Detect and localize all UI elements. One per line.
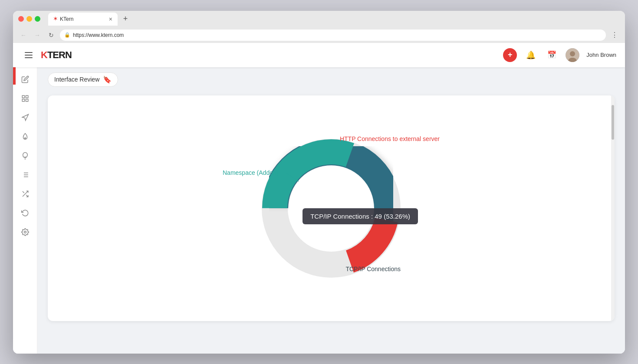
list-icon bbox=[21, 171, 29, 179]
refresh-button[interactable]: ↻ bbox=[46, 30, 56, 40]
sidebar-item-grid[interactable] bbox=[16, 90, 34, 107]
breadcrumb-label: Interface Review bbox=[54, 76, 99, 83]
svg-marker-7 bbox=[22, 114, 28, 120]
browser-tabs: ✶ KTern × + bbox=[48, 13, 620, 26]
page-area: Interface Review 🔖 bbox=[37, 67, 625, 354]
back-icon: ← bbox=[20, 32, 26, 39]
svg-rect-6 bbox=[26, 99, 28, 101]
logo-rest: TERN bbox=[47, 49, 72, 60]
hamburger-line bbox=[25, 55, 33, 56]
http-label: HTTP Connections to external server bbox=[340, 135, 440, 142]
logo-text: KTERN bbox=[41, 49, 72, 61]
app-header: KTERN + 🔔 📅 bbox=[13, 43, 625, 67]
lock-icon: 🔒 bbox=[64, 32, 70, 38]
sidebar-item-settings[interactable] bbox=[16, 223, 34, 241]
shuffle-icon bbox=[21, 190, 29, 198]
tcpip-label: TCP/IP Connections bbox=[345, 266, 401, 272]
namespace-label: Namespace (Addon) bbox=[223, 169, 278, 176]
avatar-image bbox=[566, 48, 579, 62]
browser-window: ✶ KTern × + ← → ↻ 🔒 https://www.ktern.co… bbox=[13, 11, 625, 354]
new-tab-button[interactable]: + bbox=[119, 13, 132, 25]
plus-icon: + bbox=[508, 50, 513, 59]
edit-icon bbox=[21, 75, 29, 83]
svg-point-20 bbox=[24, 231, 26, 233]
svg-point-1 bbox=[570, 51, 575, 56]
sidebar-item-idea[interactable] bbox=[16, 147, 34, 164]
browser-titlebar: ✶ KTern × + bbox=[13, 11, 625, 27]
back-button[interactable]: ← bbox=[18, 30, 29, 40]
svg-rect-4 bbox=[26, 95, 28, 98]
logo-k: K bbox=[41, 49, 47, 60]
forward-button[interactable]: → bbox=[32, 30, 43, 40]
refresh-icon: ↻ bbox=[49, 32, 54, 39]
maximize-button[interactable] bbox=[35, 16, 40, 22]
avatar[interactable] bbox=[566, 48, 579, 62]
tab-favicon-icon: ✶ bbox=[53, 16, 57, 22]
chart-card: Namespace (Addon) HTTP Connections to ex… bbox=[48, 95, 615, 321]
sidebar-item-navigate[interactable] bbox=[16, 109, 34, 126]
sidebar-item-reload[interactable] bbox=[16, 204, 34, 222]
breadcrumb: Interface Review 🔖 bbox=[48, 72, 118, 87]
svg-point-8 bbox=[24, 138, 26, 139]
svg-line-19 bbox=[23, 191, 24, 193]
app-logo: KTERN bbox=[41, 49, 72, 61]
notifications-button[interactable]: 🔔 bbox=[524, 48, 538, 62]
bookmark-icon: 🔖 bbox=[103, 75, 112, 84]
sidebar-item-edit[interactable] bbox=[16, 71, 34, 88]
lightbulb-icon bbox=[21, 152, 29, 160]
reload-icon bbox=[21, 209, 29, 217]
close-button[interactable] bbox=[18, 16, 24, 22]
svg-rect-5 bbox=[22, 99, 24, 101]
app-content: KTERN + 🔔 📅 bbox=[13, 43, 625, 354]
breadcrumb-bar: Interface Review 🔖 bbox=[37, 67, 625, 92]
chart-container: Namespace (Addon) HTTP Connections to ex… bbox=[218, 117, 444, 299]
main-layout: Interface Review 🔖 bbox=[13, 67, 625, 354]
sidebar-item-shuffle[interactable] bbox=[16, 185, 34, 203]
grid-icon bbox=[21, 95, 29, 102]
header-right: + 🔔 📅 John Brown bbox=[503, 48, 616, 62]
url-text: https://www.ktern.com bbox=[73, 32, 124, 38]
tab-title: KTern bbox=[60, 16, 73, 22]
browser-addressbar: ← → ↻ 🔒 https://www.ktern.com ⋮ bbox=[13, 27, 625, 43]
sidebar-item-list[interactable] bbox=[16, 166, 34, 184]
calendar-button[interactable]: 📅 bbox=[545, 48, 559, 62]
scrollbar-track bbox=[611, 95, 615, 321]
browser-chrome: ✶ KTern × + ← → ↻ 🔒 https://www.ktern.co… bbox=[13, 11, 625, 43]
hamburger-line bbox=[25, 52, 33, 53]
bell-icon: 🔔 bbox=[526, 50, 536, 60]
svg-rect-3 bbox=[22, 95, 24, 98]
hamburger-button[interactable] bbox=[22, 48, 36, 62]
minimize-button[interactable] bbox=[26, 16, 32, 22]
scrollbar-thumb[interactable] bbox=[612, 105, 614, 140]
add-button[interactable]: + bbox=[503, 48, 517, 62]
sidebar bbox=[13, 67, 37, 354]
window-controls bbox=[18, 16, 40, 22]
navigation-icon bbox=[21, 114, 29, 121]
sidebar-item-flame[interactable] bbox=[16, 128, 34, 145]
forward-icon: → bbox=[34, 32, 40, 39]
chart-tooltip: TCP/IP Connections : 49 (53.26%) bbox=[303, 208, 418, 224]
settings-icon bbox=[21, 228, 29, 236]
user-name-label: John Brown bbox=[586, 52, 616, 58]
flame-icon bbox=[21, 133, 29, 141]
tab-close-button[interactable]: × bbox=[109, 16, 112, 23]
active-tab[interactable]: ✶ KTern × bbox=[48, 13, 118, 26]
hamburger-line bbox=[25, 57, 33, 58]
browser-menu-button[interactable]: ⋮ bbox=[609, 30, 620, 40]
sidebar-accent bbox=[13, 67, 16, 85]
address-bar[interactable]: 🔒 https://www.ktern.com bbox=[60, 30, 606, 41]
calendar-icon: 📅 bbox=[547, 50, 556, 59]
